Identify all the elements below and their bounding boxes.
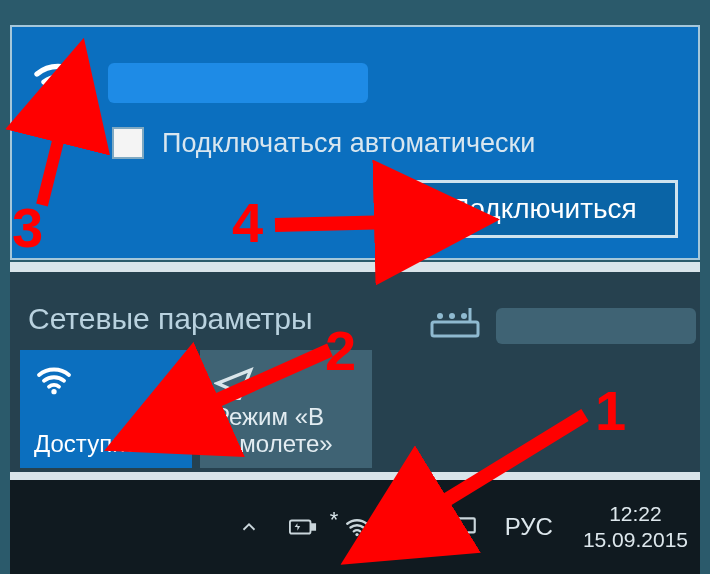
svg-point-3: [461, 313, 467, 319]
clock-time: 12:22: [583, 501, 688, 527]
auto-connect-label: Подключаться автоматически: [162, 128, 535, 159]
taskbar: * РУС 12:22 15.09.2015: [10, 480, 700, 574]
tray-chevron-up-icon[interactable]: [235, 513, 263, 541]
svg-point-1: [437, 313, 443, 319]
annotation-4: 4: [232, 190, 263, 255]
router-icon: [430, 306, 482, 346]
router-name-redacted: [496, 308, 696, 344]
language-indicator[interactable]: РУС: [505, 513, 553, 541]
action-center-icon[interactable]: [451, 513, 479, 541]
connect-button[interactable]: Подключиться: [408, 180, 678, 238]
divider: [10, 262, 700, 272]
annotation-2: 2: [325, 318, 356, 383]
wifi-network-flyout: Подключаться автоматически Подключиться: [10, 25, 700, 260]
svg-point-6: [51, 389, 56, 394]
wifi-tile[interactable]: Доступно: [20, 350, 192, 468]
airplane-tile-label: Режим «В самолете»: [214, 403, 358, 458]
svg-rect-7: [290, 520, 311, 533]
auto-connect-checkbox[interactable]: Подключаться автоматически: [112, 127, 535, 159]
wifi-icon: [34, 360, 178, 404]
wifi-icon: [30, 53, 86, 113]
network-name-redacted: [108, 63, 368, 103]
svg-rect-8: [311, 524, 315, 530]
clock[interactable]: 12:22 15.09.2015: [579, 501, 692, 554]
svg-rect-5: [432, 322, 478, 336]
wifi-tile-label: Доступно: [34, 430, 178, 458]
svg-point-9: [355, 533, 358, 536]
network-tray-icon[interactable]: *: [343, 513, 371, 541]
annotation-1: 1: [595, 378, 626, 443]
svg-point-0: [54, 94, 61, 101]
volume-icon[interactable]: [397, 513, 425, 541]
svg-rect-10: [455, 518, 475, 532]
checkbox-icon: [112, 127, 144, 159]
clock-date: 15.09.2015: [583, 527, 688, 553]
system-tray: * РУС 12:22 15.09.2015: [235, 501, 700, 554]
network-settings-title: Сетевые параметры: [28, 302, 313, 336]
battery-icon[interactable]: [289, 513, 317, 541]
divider: [10, 472, 700, 480]
svg-point-2: [449, 313, 455, 319]
router-indicator: [430, 306, 696, 346]
annotation-3: 3: [12, 195, 43, 260]
